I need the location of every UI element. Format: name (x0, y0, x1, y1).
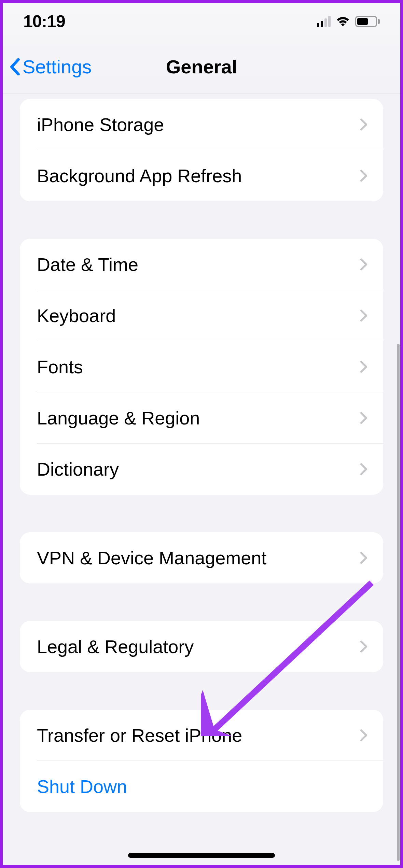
chevron-right-icon (360, 360, 367, 373)
row-keyboard[interactable]: Keyboard (20, 290, 383, 341)
battery-icon (355, 16, 380, 27)
back-button[interactable]: Settings (9, 56, 92, 78)
chevron-left-icon (9, 58, 20, 75)
wifi-icon (335, 16, 350, 27)
back-label: Settings (23, 56, 92, 78)
row-label: Keyboard (37, 305, 116, 326)
row-label: Fonts (37, 356, 83, 377)
cellular-signal-icon (317, 16, 331, 27)
home-indicator[interactable] (128, 853, 275, 858)
nav-bar: Settings General (3, 40, 400, 93)
row-fonts[interactable]: Fonts (20, 341, 383, 392)
row-label: Language & Region (37, 407, 200, 429)
chevron-right-icon (360, 729, 367, 742)
settings-section: VPN & Device Management (20, 532, 383, 583)
chevron-right-icon (360, 551, 367, 564)
row-vpn-device-management[interactable]: VPN & Device Management (20, 532, 383, 583)
chevron-right-icon (360, 118, 367, 131)
row-label: Dictionary (37, 459, 119, 480)
chevron-right-icon (360, 258, 367, 271)
row-label: VPN & Device Management (37, 547, 266, 568)
row-label: Transfer or Reset iPhone (37, 725, 242, 746)
chevron-right-icon (360, 411, 367, 424)
row-background-app-refresh[interactable]: Background App Refresh (20, 150, 383, 201)
chevron-right-icon (360, 309, 367, 322)
row-label: Background App Refresh (37, 165, 242, 186)
row-language-region[interactable]: Language & Region (20, 392, 383, 444)
status-time: 10:19 (23, 12, 65, 31)
chevron-right-icon (360, 640, 367, 653)
row-transfer-reset-iphone[interactable]: Transfer or Reset iPhone (20, 710, 383, 761)
row-label: Legal & Regulatory (37, 636, 194, 657)
row-dictionary[interactable]: Dictionary (20, 444, 383, 495)
chevron-right-icon (360, 169, 367, 182)
settings-section: Transfer or Reset iPhone Shut Down (20, 710, 383, 812)
row-label: Shut Down (37, 776, 127, 797)
scroll-indicator[interactable] (397, 344, 400, 861)
settings-content: iPhone Storage Background App Refresh Da… (3, 93, 400, 865)
status-bar: 10:19 (3, 3, 400, 40)
status-icons (317, 16, 380, 27)
row-iphone-storage[interactable]: iPhone Storage (20, 99, 383, 150)
row-label: Date & Time (37, 254, 138, 275)
settings-section: iPhone Storage Background App Refresh (20, 99, 383, 201)
row-label: iPhone Storage (37, 114, 164, 135)
row-date-time[interactable]: Date & Time (20, 239, 383, 290)
chevron-right-icon (360, 463, 367, 476)
settings-section: Legal & Regulatory (20, 621, 383, 672)
row-shut-down[interactable]: Shut Down (20, 761, 383, 812)
page-title: General (166, 56, 237, 78)
row-legal-regulatory[interactable]: Legal & Regulatory (20, 621, 383, 672)
settings-section: Date & Time Keyboard Fonts Language & Re… (20, 239, 383, 495)
